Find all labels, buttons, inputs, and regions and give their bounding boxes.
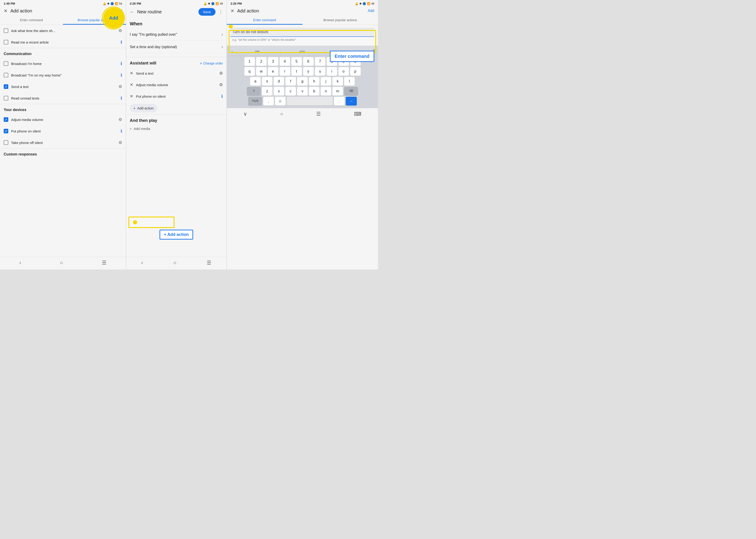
key-h[interactable]: h xyxy=(309,77,319,86)
back-nav-1[interactable]: ‹ xyxy=(19,260,21,266)
suggestion-you[interactable]: you xyxy=(280,48,324,54)
key-k[interactable]: k xyxy=(332,77,343,86)
shift-key[interactable]: ⇧ xyxy=(247,87,261,96)
key-f[interactable]: f xyxy=(285,77,296,86)
key-0[interactable]: 0 xyxy=(350,57,361,66)
period-key[interactable]: . xyxy=(334,97,345,106)
info-icon[interactable]: ℹ xyxy=(121,128,122,134)
menu-button-2[interactable]: ⋮ xyxy=(218,9,223,15)
remove-icon[interactable]: ✕ xyxy=(130,71,133,76)
key-2[interactable]: 2 xyxy=(256,57,267,66)
checkbox-read-texts[interactable] xyxy=(4,96,8,101)
gear-icon[interactable]: ⚙ xyxy=(119,140,122,145)
remove-icon[interactable]: ✕ xyxy=(130,94,133,99)
chevron-down-nav[interactable]: ∨ xyxy=(243,111,247,117)
home-nav-2[interactable]: ○ xyxy=(173,260,176,266)
tab-enter-command-1[interactable]: Enter command xyxy=(0,15,63,25)
info-icon[interactable]: ℹ xyxy=(121,61,122,66)
change-order-button[interactable]: ≡ Change order xyxy=(200,61,223,65)
suggestion-your[interactable]: your xyxy=(325,48,369,54)
save-button-2[interactable]: Save xyxy=(199,8,215,16)
home-nav-1[interactable]: ○ xyxy=(60,260,63,266)
key-e[interactable]: e xyxy=(268,67,279,76)
gear-icon[interactable]: ⚙ xyxy=(119,28,122,33)
action-send-text[interactable]: ✕ Send a text ⚙ xyxy=(126,67,226,79)
emoji-key[interactable]: ☺ xyxy=(275,97,286,106)
checkbox-broadcast-home[interactable] xyxy=(4,61,8,66)
info-icon[interactable]: ℹ xyxy=(121,39,122,45)
info-icon[interactable]: ℹ xyxy=(221,94,223,99)
command-input-field[interactable] xyxy=(230,28,374,37)
space-key[interactable] xyxy=(287,97,333,106)
action-phone-silent[interactable]: ✕ Put phone on silent ℹ xyxy=(126,91,226,102)
gear-icon[interactable]: ⚙ xyxy=(219,71,223,76)
key-9[interactable]: 9 xyxy=(338,57,349,66)
key-t[interactable]: t xyxy=(291,67,302,76)
routine-row-time[interactable]: Set a time and day (optional) › xyxy=(130,41,223,53)
symbols-key[interactable]: ?123 xyxy=(248,97,262,106)
back-button-2[interactable]: ← xyxy=(130,9,134,15)
add-action-button-2[interactable]: + Add action xyxy=(130,104,157,113)
checkbox-send-text[interactable] xyxy=(4,84,8,89)
list-item[interactable]: Take phone off silent ⚙ xyxy=(0,137,126,148)
key-5[interactable]: 5 xyxy=(291,57,302,66)
checkbox-adjust-volume[interactable] xyxy=(4,117,8,122)
checkbox-broadcast-way[interactable] xyxy=(4,73,8,77)
suggestion-me[interactable]: me xyxy=(235,48,279,54)
checkbox-phone-silent[interactable] xyxy=(4,129,8,133)
key-u[interactable]: u xyxy=(315,67,325,76)
key-s[interactable]: s xyxy=(262,77,273,86)
tab-enter-command-3[interactable]: Enter command xyxy=(227,15,302,25)
key-y[interactable]: y xyxy=(303,67,314,76)
routine-row-say[interactable]: I say "I'm getting pulled over" › xyxy=(130,28,223,41)
key-c[interactable]: c xyxy=(285,87,296,96)
key-i[interactable]: i xyxy=(327,67,337,76)
add-media-button[interactable]: + Add media xyxy=(130,125,223,132)
action-adjust-volume[interactable]: ✕ Adjust media volume ⚙ xyxy=(126,79,226,91)
gear-icon[interactable]: ⚙ xyxy=(119,84,122,89)
close-button-1[interactable]: ✕ xyxy=(4,8,8,14)
menu-nav-3[interactable]: ☰ xyxy=(316,111,321,117)
tab-browse-popular-1[interactable]: Browse popular actions xyxy=(63,15,126,25)
key-m[interactable]: m xyxy=(332,87,343,96)
key-n[interactable]: n xyxy=(321,87,331,96)
key-z[interactable]: z xyxy=(262,87,273,96)
list-item[interactable]: Send a text ⚙ xyxy=(0,81,126,92)
key-6[interactable]: 6 xyxy=(303,57,314,66)
list-item[interactable]: Ask what time the alarm sh... ⚙ xyxy=(0,25,126,37)
checkbox-phone-off-silent[interactable] xyxy=(4,140,8,145)
key-g[interactable]: g xyxy=(297,77,308,86)
close-button-3[interactable]: ✕ xyxy=(230,8,234,14)
list-item[interactable]: Read unread texts ℹ xyxy=(0,92,126,104)
key-4[interactable]: 4 xyxy=(280,57,290,66)
key-l[interactable]: l xyxy=(344,77,355,86)
key-x[interactable]: x xyxy=(274,87,284,96)
key-o[interactable]: o xyxy=(338,67,349,76)
key-3[interactable]: 3 xyxy=(268,57,279,66)
keyboard-nav[interactable]: ⌨ xyxy=(354,111,362,117)
checkbox-item0[interactable] xyxy=(4,28,8,33)
list-item[interactable]: Broadcast "I'm on my way home" ℹ xyxy=(0,69,126,81)
menu-nav-2[interactable]: ☰ xyxy=(207,260,211,266)
gear-icon[interactable]: ⚙ xyxy=(219,82,223,87)
key-v[interactable]: v xyxy=(297,87,308,96)
list-item[interactable]: Broadcast I'm home ℹ xyxy=(0,58,126,69)
suggestion-chevron[interactable]: › xyxy=(229,48,234,54)
key-r[interactable]: r xyxy=(280,67,290,76)
key-d[interactable]: d xyxy=(274,77,284,86)
checkbox-item1[interactable] xyxy=(4,40,8,44)
mic-icon[interactable]: 🎤 xyxy=(370,49,375,54)
tab-browse-popular-3[interactable]: Browse popular actions xyxy=(302,15,378,25)
comma-key[interactable]: , xyxy=(263,97,274,106)
key-j[interactable]: j xyxy=(321,77,331,86)
key-1[interactable]: 1 xyxy=(244,57,255,66)
menu-nav-1[interactable]: ☰ xyxy=(102,260,107,266)
key-p[interactable]: p xyxy=(350,67,361,76)
remove-icon[interactable]: ✕ xyxy=(130,82,133,87)
key-q[interactable]: q xyxy=(244,67,255,76)
add-button-1[interactable]: Add xyxy=(116,9,122,13)
add-button-3[interactable]: Add xyxy=(368,9,374,13)
info-icon[interactable]: ℹ xyxy=(121,73,122,78)
list-item[interactable]: Read me a recent article ℹ xyxy=(0,37,126,48)
key-w[interactable]: w xyxy=(256,67,267,76)
